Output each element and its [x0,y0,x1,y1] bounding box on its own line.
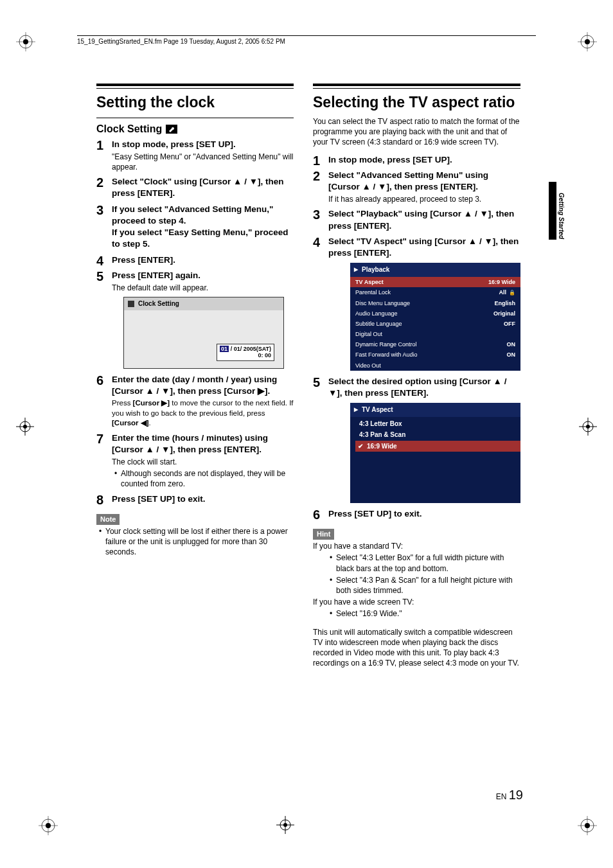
step-title: If you select "Advanced Setting Menu," p… [112,204,294,251]
step-4: Press [ENTER]. [96,254,294,266]
svg-point-19 [283,823,287,827]
rule [96,84,294,89]
clock-date-box: 01 / 01/ 2005(SAT) 0: 00 [217,344,274,362]
step-title: Press [SET UP] to exit. [328,508,520,520]
aspect-option: 4:3 Letter Box [355,418,520,430]
registration-mark-icon [579,418,597,436]
page-number-value: 19 [509,788,523,802]
step-title: In stop mode, press [SET UP]. [328,154,520,166]
intro-text: You can select the TV aspect ratio to ma… [313,116,520,148]
rstep-2: Select "Advanced Setting Menu" using [Cu… [313,170,520,205]
menu-row: Video Out [350,360,520,371]
bullet: Although seconds are not displayed, they… [114,468,294,489]
clock-day-selected: 01 [220,346,229,352]
step-7: Enter the time (hours / minutes) using [… [96,432,294,490]
hint-item: Select "4:3 Letter Box" for a full width… [330,553,520,573]
clock-time: 0: 00 [220,352,271,359]
rstep-3: Select "Playback" using [Cursor ▲ / ▼], … [313,208,520,231]
step-6: Enter the date (day / month / year) usin… [96,374,294,429]
note-item: Your clock setting will be lost if eithe… [99,526,294,558]
section-title-aspect: Selecting the TV aspect ratio [313,93,520,112]
step-title: Select "Clock" using [Cursor ▲ / ▼], the… [112,176,294,199]
menu-title-text: TV Aspect [362,405,393,414]
play-icon: ▶ [354,267,358,274]
rstep-1: In stop mode, press [SET UP]. [313,154,520,166]
step-title: Select "Playback" using [Cursor ▲ / ▼], … [328,208,520,231]
hint-item: Select "4:3 Pan & Scan" for a full heigh… [330,575,520,596]
playback-menu-title: ▶ Playback [350,263,520,277]
step-2: Select "Clock" using [Cursor ▲ / ▼], the… [96,176,294,199]
note-list: Your clock setting will be lost if eithe… [99,526,294,558]
svg-point-11 [23,425,27,429]
step-body: If it has already appeared, proceed to s… [328,194,520,204]
hint-paragraph: This unit will automatically switch a co… [313,627,520,669]
subsection-clock-setting: Clock Setting [96,122,294,136]
rstep-6: Press [SET UP] to exit. [313,508,520,520]
subsection-label: Clock Setting [96,122,162,136]
clock-screen-title-text: Clock Setting [138,299,179,308]
step-body: The clock will start. [112,457,294,467]
step-title: Press [SET UP] to exit. [112,493,294,505]
playback-menu: ▶ Playback TV Aspect16:9 WideParental Lo… [350,263,520,370]
hint-intro: If you have a standard TV: [313,541,520,551]
step-body: "Easy Setting Menu" or "Advanced Setting… [112,152,294,172]
clock-date-rest: / 01/ 2005(SAT) [229,346,271,352]
menu-title-text: Playback [362,265,389,274]
step-title: Select "TV Aspect" using [Cursor ▲ / ▼],… [328,236,520,259]
page-number: EN 19 [496,786,523,804]
rule [313,84,520,89]
clock-icon [128,301,134,307]
step-title: Press [ENTER]. [112,254,294,266]
header-meta: 15_19_GettingSrarted_EN.fm Page 19 Tuesd… [77,35,536,46]
aspect-option: 4:3 Pan & Scan [355,429,520,441]
menu-row: Dynamic Range ControlON [350,339,520,350]
menu-row: Subtitle LanguageOFF [350,319,520,329]
step-body: The default date will appear. [112,283,294,293]
section-tab-label: Getting Started [557,193,566,239]
step-title: Select "Advanced Setting Menu" using [Cu… [328,170,520,193]
hint-list: Select "16:9 Wide." [330,608,520,619]
play-icon: ▶ [354,407,358,414]
step-title: Enter the date (day / month / year) usin… [112,374,294,397]
step-title: Enter the time (hours / minutes) using [… [112,432,294,456]
menu-row: TV Aspect16:9 Wide [350,277,520,287]
note-label: Note [96,514,120,525]
menu-row: Audio LanguageOriginal [350,308,520,319]
registration-mark-icon [39,816,58,835]
registration-mark-icon [578,816,597,835]
step-8: Press [SET UP] to exit. [96,493,294,505]
section-tab [549,182,556,240]
page-lang: EN [496,792,507,801]
aspect-menu-title: ▶ TV Aspect [350,403,520,417]
registration-mark-icon [16,32,35,51]
hint-list: Select "4:3 Letter Box" for a full width… [330,553,520,596]
step-3: If you select "Advanced Setting Menu," p… [96,204,294,251]
hint-item: Select "16:9 Wide." [330,608,520,619]
registration-mark-icon [578,32,597,51]
menu-row: Digital Out [350,329,520,339]
menu-row: Fast Forward with AudioON [350,350,520,360]
clock-screen-title: Clock Setting [124,297,283,310]
menu-row: Disc Menu LanguageEnglish [350,298,520,308]
hint-label: Hint [313,529,334,540]
hint-intro: If you have a wide screen TV: [313,597,520,607]
rstep-4: Select "TV Aspect" using [Cursor ▲ / ▼],… [313,236,520,371]
step-title: In stop mode, press [SET UP]. [112,139,294,150]
aspect-menu: ▶ TV Aspect 4:3 Letter Box4:3 Pan & Scan… [350,403,520,503]
clock-setting-screen: Clock Setting 01 / 01/ 2005(SAT) 0: 00 [123,297,284,369]
rule [96,118,294,118]
step-1: In stop mode, press [SET UP]. "Easy Sett… [96,139,294,173]
registration-mark-icon [276,816,294,834]
step-bullets: Although seconds are not displayed, they… [114,468,294,489]
aspect-option: 16:9 Wide [355,441,520,452]
left-column: Setting the clock Clock Setting In stop … [96,84,294,669]
step-title: Select the desired option using [Cursor … [328,376,520,399]
menu-row: Parental LockAll🔒 [350,287,520,298]
right-column: Selecting the TV aspect ratio You can se… [313,84,520,669]
step-5: Press [ENTER] again. The default date wi… [96,270,294,369]
registration-mark-icon [16,418,34,436]
step-body: Press [Cursor ▶] to move the cursor to t… [112,398,294,429]
step-title: Press [ENTER] again. [112,270,294,281]
wrench-icon [166,125,177,134]
rstep-5: Select the desired option using [Cursor … [313,376,520,503]
